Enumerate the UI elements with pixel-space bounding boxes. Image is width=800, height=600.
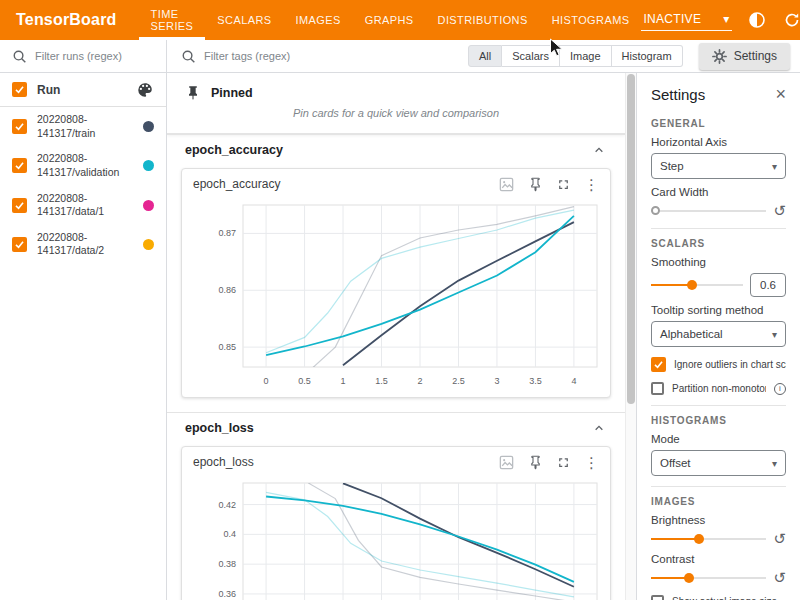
svg-text:0.85: 0.85 — [218, 342, 236, 352]
app-brand: TensorBoard — [16, 0, 117, 40]
pin-card-icon[interactable] — [528, 177, 543, 192]
svg-text:0.5: 0.5 — [298, 376, 311, 386]
run-color-dot — [143, 200, 154, 211]
reload-status-select[interactable]: INACTIVE ▾ — [641, 10, 731, 31]
main-scrollbar-thumb[interactable] — [627, 74, 635, 404]
tag-filter-image[interactable]: Image — [560, 45, 612, 67]
image-toggle-icon[interactable] — [498, 176, 515, 193]
pin-card-icon[interactable] — [528, 455, 543, 470]
run-checkbox[interactable] — [12, 237, 27, 252]
scalars-heading: SCALARS — [651, 238, 786, 249]
reset-icon[interactable]: ↺ — [773, 531, 786, 546]
histogram-mode-select[interactable]: Offset ▾ — [651, 450, 786, 476]
run-checkbox[interactable] — [12, 158, 27, 173]
check-icon — [14, 84, 25, 95]
partition-x-axis-checkbox[interactable] — [651, 382, 664, 395]
run-row-validation[interactable]: 20220808-141317/validation — [0, 146, 166, 185]
chevron-down-icon: ▾ — [772, 329, 777, 340]
run-color-dot — [143, 239, 154, 250]
svg-text:4: 4 — [571, 376, 576, 386]
more-options-icon[interactable]: ⋮ — [584, 455, 599, 470]
slider-thumb[interactable] — [651, 206, 660, 215]
info-icon[interactable]: i — [774, 383, 786, 395]
ignore-outliers-label: Ignore outliers in chart scaling — [674, 359, 786, 370]
scalar-card-epoch-loss: epoch_loss ⋮ 00.511.522.533.540.360.380.… — [181, 446, 611, 600]
fullscreen-icon[interactable] — [556, 455, 571, 470]
run-checkbox[interactable] — [12, 119, 27, 134]
svg-text:3.5: 3.5 — [529, 376, 542, 386]
svg-text:0.87: 0.87 — [218, 228, 236, 238]
tab-distributions[interactable]: DISTRIBUTIONS — [426, 0, 540, 40]
ignore-outliers-checkbox[interactable] — [651, 357, 666, 372]
select-all-runs-checkbox[interactable] — [12, 82, 27, 97]
card-width-slider[interactable] — [651, 204, 766, 218]
run-label-line1: 20220808- — [37, 192, 133, 206]
run-checkbox[interactable] — [12, 198, 27, 213]
smoothing-slider[interactable] — [651, 278, 743, 292]
show-actual-size-checkbox[interactable] — [651, 595, 664, 600]
more-options-icon[interactable]: ⋮ — [584, 177, 599, 192]
collapse-section-button[interactable] — [591, 420, 607, 436]
brightness-slider[interactable] — [651, 532, 766, 546]
tab-images[interactable]: IMAGES — [284, 0, 353, 40]
horizontal-axis-select[interactable]: Step ▾ — [651, 153, 786, 179]
tab-graphs[interactable]: GRAPHS — [353, 0, 426, 40]
search-icon — [181, 49, 196, 64]
fullscreen-icon[interactable] — [556, 177, 571, 192]
tag-filter-scalars[interactable]: Scalars — [502, 45, 560, 67]
tag-filter-group: All Scalars Image Histogram — [468, 45, 683, 67]
section-epoch-loss: epoch_loss epoch_loss ⋮ 00.511.522.533.5… — [167, 412, 625, 600]
brightness-label: Brightness — [651, 514, 786, 526]
svg-text:1: 1 — [341, 376, 346, 386]
tab-histograms[interactable]: HISTOGRAMS — [540, 0, 642, 40]
tab-time-series[interactable]: TIME SERIES — [139, 0, 206, 40]
contrast-slider[interactable] — [651, 571, 766, 585]
card-title: epoch_accuracy — [193, 177, 280, 191]
run-label-line2: 141317/data/1 — [37, 205, 133, 219]
slider-thumb[interactable] — [694, 534, 704, 544]
slider-thumb[interactable] — [684, 573, 694, 583]
tag-filter-all[interactable]: All — [468, 45, 502, 67]
smoothing-value-input[interactable] — [750, 273, 786, 297]
chevron-up-icon — [591, 420, 607, 436]
divider — [651, 486, 786, 487]
image-toggle-icon[interactable] — [498, 454, 515, 471]
settings-panel: Settings × GENERAL Horizontal Axis Step … — [636, 73, 800, 600]
epoch-loss-chart[interactable]: 00.511.522.533.540.360.380.40.42 — [185, 475, 609, 600]
tag-filter-histogram[interactable]: Histogram — [612, 45, 683, 67]
theme-toggle-icon[interactable] — [747, 10, 767, 30]
horizontal-axis-label: Horizontal Axis — [651, 136, 786, 148]
cards-area: Pinned Pin cards for a quick view and co… — [167, 73, 625, 600]
run-row-data-1[interactable]: 20220808-141317/data/1 — [0, 186, 166, 225]
main-scrollbar — [625, 73, 636, 600]
svg-text:2.5: 2.5 — [452, 376, 465, 386]
show-actual-size-label: Show actual image size — [672, 596, 777, 600]
svg-text:1.5: 1.5 — [375, 376, 388, 386]
filter-runs-input[interactable] — [35, 50, 145, 62]
section-epoch-accuracy: epoch_accuracy epoch_accuracy ⋮ 00.511.5… — [167, 134, 625, 398]
tensorboard-app: TensorBoard TIME SERIES SCALARS IMAGES G… — [0, 0, 800, 600]
settings-button[interactable]: Settings — [699, 43, 790, 70]
run-row-data-2[interactable]: 20220808-141317/data/2 — [0, 225, 166, 264]
card-width-label: Card Width — [651, 186, 786, 198]
tooltip-sorting-select[interactable]: Alphabetical ▾ — [651, 321, 786, 347]
collapse-section-button[interactable] — [591, 142, 607, 158]
runs-header-row: Run — [0, 73, 166, 107]
palette-icon[interactable] — [136, 81, 154, 99]
smoothing-label: Smoothing — [651, 256, 786, 268]
tab-scalars[interactable]: SCALARS — [205, 0, 283, 40]
main-nav: TIME SERIES SCALARS IMAGES GRAPHS DISTRI… — [139, 0, 642, 40]
horizontal-axis-value: Step — [660, 160, 684, 172]
epoch-accuracy-chart[interactable]: 00.511.522.533.540.850.860.87 — [185, 197, 609, 393]
slider-thumb[interactable] — [687, 280, 697, 290]
reset-icon[interactable]: ↺ — [773, 203, 786, 218]
check-icon — [653, 359, 664, 370]
section-title: epoch_accuracy — [185, 143, 283, 157]
chevron-down-icon: ▾ — [772, 458, 777, 469]
refresh-icon[interactable] — [782, 10, 800, 30]
close-icon[interactable]: × — [775, 85, 786, 103]
reset-icon[interactable]: ↺ — [773, 570, 786, 585]
filter-tags-input[interactable] — [204, 50, 314, 62]
images-heading: IMAGES — [651, 496, 786, 507]
run-row-train[interactable]: 20220808-141317/train — [0, 107, 166, 146]
